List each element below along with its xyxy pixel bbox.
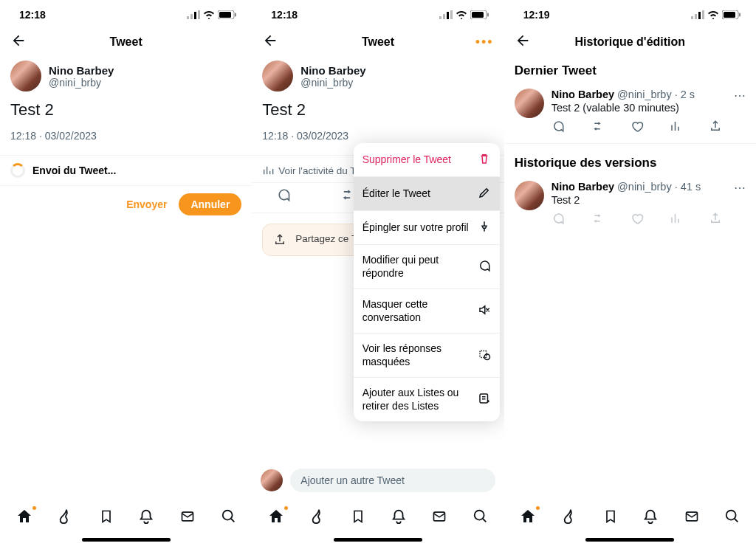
nav-bookmarks-icon[interactable] (603, 508, 618, 528)
tweet-age: 2 s (681, 89, 695, 100)
author-handle: @nini_brby (300, 77, 365, 89)
nav-trending-icon[interactable] (562, 508, 578, 528)
like-icon[interactable] (630, 120, 644, 136)
more-button[interactable]: ⋯ (729, 89, 746, 143)
header: Tweet (0, 27, 252, 58)
status-time: 12:18 (271, 9, 298, 21)
more-button[interactable]: ••• (475, 35, 494, 50)
arrow-left-icon (10, 32, 27, 49)
avatar[interactable] (10, 61, 41, 91)
nav-notifications-icon[interactable] (391, 508, 407, 528)
author-handle: @nini_brby (49, 77, 114, 89)
compose-input[interactable]: Ajouter un autre Tweet (290, 469, 495, 492)
avatar[interactable] (262, 61, 293, 91)
activity-label: Voir l'activité du Tw (278, 165, 362, 176)
signal-icon (691, 10, 704, 19)
nav-home-icon[interactable] (519, 508, 537, 528)
back-button[interactable] (515, 32, 531, 52)
author-name: Nino Barbey (551, 181, 614, 193)
author-handle: @nini_brby (617, 181, 672, 193)
svg-point-20 (475, 511, 484, 520)
author-handle: @nini_brby (617, 89, 672, 100)
author-name: Nino Barbey (300, 64, 365, 77)
tweet-actions-disabled (551, 206, 722, 235)
svg-rect-14 (472, 12, 484, 18)
menu-add-remove-lists[interactable]: Ajouter aux Listes ou retirer des Listes (354, 378, 500, 421)
nav-trending-icon[interactable] (310, 508, 326, 528)
reply-icon[interactable] (551, 120, 565, 136)
nav-home-icon[interactable] (267, 508, 285, 528)
tweet-author-row[interactable]: Nino Barbey @nini_brby (252, 58, 504, 91)
content-area: Nino Barbey @nini_brby Test 2 12:18 · 03… (0, 58, 252, 498)
retweet-icon[interactable] (590, 120, 605, 136)
menu-edit-tweet[interactable]: Éditer le Tweet (354, 177, 500, 211)
nav-messages-icon[interactable] (431, 509, 447, 527)
menu-change-who-can-reply[interactable]: Modifier qui peut répondre (354, 245, 500, 289)
svg-rect-15 (487, 13, 489, 17)
nav-notifications-icon[interactable] (138, 508, 154, 528)
nav-messages-icon[interactable] (179, 509, 196, 527)
svg-rect-21 (691, 16, 693, 19)
analytics-icon (262, 165, 274, 176)
retweet-icon[interactable] (339, 187, 355, 205)
avatar[interactable] (515, 89, 544, 118)
nav-bookmarks-icon[interactable] (351, 508, 365, 528)
nav-bookmarks-icon[interactable] (99, 508, 114, 528)
latest-tweet-card[interactable]: Nino Barbey @nini_brby · 2 s Test 2 (val… (504, 83, 756, 143)
pencil-icon (478, 186, 491, 201)
tweet-author-row[interactable]: Nino Barbey @nini_brby (0, 58, 252, 91)
nav-home-icon[interactable] (16, 508, 33, 528)
menu-view-hidden-replies[interactable]: Voir les réponses masquées (354, 334, 500, 378)
tweet-timestamp: 12:18 · 03/02/2023 (252, 120, 504, 145)
like-icon (630, 212, 644, 228)
nav-messages-icon[interactable] (684, 509, 700, 527)
nav-search-icon[interactable] (221, 508, 237, 528)
svg-rect-23 (698, 12, 701, 19)
svg-rect-11 (447, 12, 449, 19)
section-latest-title: Dernier Tweet (504, 58, 756, 83)
svg-rect-1 (190, 14, 193, 19)
content-area: Dernier Tweet Nino Barbey @nini_brby · 2… (504, 58, 756, 498)
reply-icon[interactable] (276, 187, 291, 205)
back-button[interactable] (10, 32, 27, 52)
analytics-icon[interactable] (670, 120, 683, 136)
status-right-icons (187, 10, 237, 19)
home-indicator (585, 538, 674, 542)
arrow-left-icon (262, 32, 278, 49)
menu-pin-profile[interactable]: Épingler sur votre profil (354, 211, 500, 245)
sending-label: Envoi du Tweet... (32, 165, 116, 176)
card-header-line: Nino Barbey @nini_brby · 2 s (551, 89, 722, 100)
share-icon[interactable] (709, 120, 722, 136)
screen-left: 12:18 Tweet Nino Barbey @nini_brby Test … (0, 0, 252, 546)
pin-icon (478, 220, 491, 235)
hidden-replies-icon (478, 348, 491, 363)
menu-item-label: Voir les réponses masquées (362, 342, 470, 368)
svg-rect-6 (235, 13, 236, 17)
tweet-actions (551, 114, 722, 143)
author-name: Nino Barbey (551, 89, 614, 100)
nav-notifications-icon[interactable] (642, 508, 659, 528)
author-name: Nino Barbey (49, 64, 114, 77)
svg-rect-3 (198, 10, 200, 19)
retweet-icon (590, 212, 605, 228)
menu-mute-conversation[interactable]: Masquer cette conversation (354, 289, 500, 334)
notification-dot-icon (536, 506, 540, 510)
cancel-button[interactable]: Annuler (179, 193, 241, 215)
send-button[interactable]: Envoyer (126, 198, 167, 210)
status-time: 12:18 (19, 9, 46, 21)
svg-point-8 (222, 511, 232, 520)
more-button[interactable]: ⋯ (729, 181, 746, 235)
status-time: 12:19 (523, 9, 550, 21)
nav-search-icon[interactable] (472, 508, 489, 528)
version-tweet-card[interactable]: Nino Barbey @nini_brby · 41 s Test 2 ⋯ (504, 175, 756, 235)
nav-search-icon[interactable] (724, 508, 740, 528)
battery-icon (470, 10, 489, 19)
bottom-nav (504, 498, 756, 538)
menu-delete-tweet[interactable]: Supprimer le Tweet (354, 143, 500, 177)
menu-item-label: Masquer cette conversation (362, 298, 470, 324)
back-button[interactable] (262, 32, 278, 52)
status-right-icons (691, 10, 741, 19)
avatar[interactable] (515, 181, 544, 210)
nav-trending-icon[interactable] (58, 508, 74, 528)
compose-avatar[interactable] (261, 469, 283, 491)
